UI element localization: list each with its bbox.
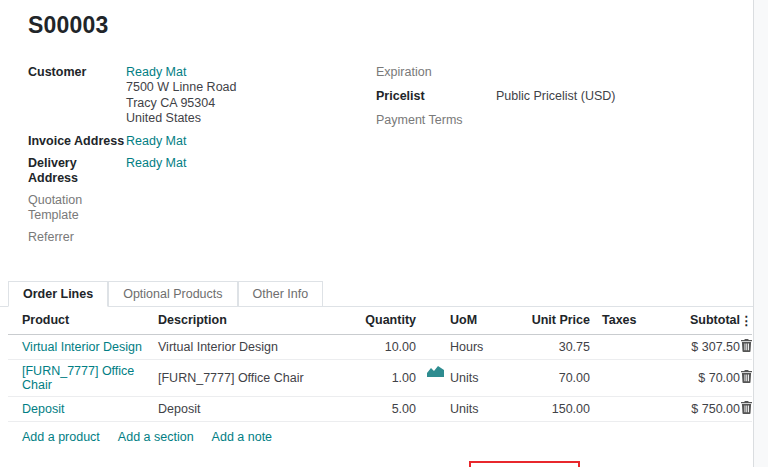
cell-quantity[interactable]: 10.00	[330, 334, 416, 359]
cell-product[interactable]: Deposit	[8, 396, 158, 421]
cell-product[interactable]: Virtual Interior Design	[8, 334, 158, 359]
add-section-link[interactable]: Add a section	[118, 430, 194, 444]
header-description[interactable]: Description	[158, 307, 330, 335]
header-quantity[interactable]: Quantity	[330, 307, 416, 335]
header-product[interactable]: Product	[8, 307, 158, 335]
customer-address-line: United States	[126, 111, 237, 127]
cell-description[interactable]: Virtual Interior Design	[158, 334, 330, 359]
cell-description[interactable]: [FURN_7777] Office Chair	[158, 359, 330, 396]
header-taxes[interactable]: Taxes	[590, 307, 652, 335]
referrer-label: Referrer	[28, 230, 126, 245]
forecast-chart-icon[interactable]	[427, 365, 444, 380]
delete-row-icon[interactable]	[741, 370, 752, 386]
delivery-address-value: Ready Mat	[126, 156, 186, 186]
invoice-address-label: Invoice Address	[28, 134, 126, 149]
customer-link[interactable]: Ready Mat	[126, 65, 186, 79]
add-note-link[interactable]: Add a note	[212, 430, 272, 444]
cell-unit-price[interactable]: 30.75	[510, 334, 590, 359]
field-group-right: Expiration Pricelist Public Pricelist (U…	[372, 65, 768, 252]
cell-description[interactable]: Deposit	[158, 396, 330, 421]
header-unit-price[interactable]: Unit Price	[510, 307, 590, 335]
field-groups: Customer Ready Mat 7500 W Linne Road Tra…	[0, 65, 768, 252]
delivery-address-link[interactable]: Ready Mat	[126, 156, 186, 170]
tab-optional-products[interactable]: Optional Products	[108, 281, 237, 307]
delivery-address-label: Delivery Address	[28, 156, 126, 186]
invoice-address-value: Ready Mat	[126, 134, 186, 149]
field-delivery-address: Delivery Address Ready Mat	[28, 156, 372, 186]
delete-row-icon[interactable]	[741, 401, 752, 417]
expiration-label: Expiration	[376, 65, 496, 80]
table-row[interactable]: Deposit Deposit 5.00 Units 150.00 $ 750.…	[8, 396, 752, 421]
cell-quantity[interactable]: 5.00	[330, 396, 416, 421]
notebook-tabs: Order Lines Optional Products Other Info	[0, 281, 768, 307]
field-pricelist: Pricelist Public Pricelist (USD)	[376, 89, 768, 104]
field-customer: Customer Ready Mat 7500 W Linne Road Tra…	[28, 65, 372, 127]
cell-subtotal: $ 750.00	[652, 396, 740, 421]
order-lines-table: Product Description Quantity UoM Unit Pr…	[8, 307, 752, 422]
field-quotation-template: Quotation Template	[28, 193, 372, 223]
cell-unit-price[interactable]: 150.00	[510, 396, 590, 421]
pricelist-label: Pricelist	[376, 89, 496, 104]
cell-uom[interactable]: Units	[416, 396, 510, 421]
optional-columns-icon[interactable]: ⋮	[740, 307, 752, 335]
tab-order-lines[interactable]: Order Lines	[8, 281, 108, 307]
cell-taxes[interactable]	[590, 334, 652, 359]
header-uom[interactable]: UoM	[416, 307, 510, 335]
payment-terms-label: Payment Terms	[376, 113, 496, 128]
field-payment-terms: Payment Terms	[376, 113, 768, 128]
annotation-highlight: ADD SHIPPING	[469, 461, 580, 467]
cell-uom[interactable]: Hours	[416, 334, 510, 359]
table-header-row: Product Description Quantity UoM Unit Pr…	[8, 307, 752, 335]
customer-label: Customer	[28, 65, 126, 127]
cell-subtotal: $ 307.50	[652, 334, 740, 359]
delete-row-icon[interactable]	[741, 339, 752, 355]
field-expiration: Expiration	[376, 65, 768, 80]
cell-taxes[interactable]	[590, 396, 652, 421]
cell-unit-price[interactable]: 70.00	[510, 359, 590, 396]
invoice-address-link[interactable]: Ready Mat	[126, 134, 186, 148]
table-row[interactable]: [FURN_7777] Office Chair [FURN_7777] Off…	[8, 359, 752, 396]
cell-taxes[interactable]	[590, 359, 652, 396]
table-row[interactable]: Virtual Interior Design Virtual Interior…	[8, 334, 752, 359]
cell-product[interactable]: [FURN_7777] Office Chair	[8, 359, 158, 396]
pricelist-value[interactable]: Public Pricelist (USD)	[496, 89, 615, 104]
page-title: S00003	[0, 0, 768, 39]
order-actions: ADD SHIPPING COUPON PROMOTIONS	[0, 461, 768, 467]
cell-subtotal: $ 70.00	[652, 359, 740, 396]
cell-quantity[interactable]: 1.00	[330, 359, 416, 396]
customer-value: Ready Mat 7500 W Linne Road Tracy CA 953…	[126, 65, 237, 127]
tab-other-info[interactable]: Other Info	[238, 281, 324, 307]
quotation-form: S00003 Customer Ready Mat 7500 W Linne R…	[0, 0, 768, 467]
scrollbar-track[interactable]	[753, 0, 768, 467]
field-referrer: Referrer	[28, 230, 372, 245]
customer-address-line: Tracy CA 95304	[126, 96, 237, 112]
quotation-template-label: Quotation Template	[28, 193, 126, 223]
field-group-left: Customer Ready Mat 7500 W Linne Road Tra…	[0, 65, 372, 252]
add-product-link[interactable]: Add a product	[22, 430, 100, 444]
header-subtotal[interactable]: Subtotal	[652, 307, 740, 335]
table-add-links: Add a product Add a section Add a note	[22, 430, 768, 444]
field-invoice-address: Invoice Address Ready Mat	[28, 134, 372, 149]
customer-address-line: 7500 W Linne Road	[126, 80, 237, 96]
